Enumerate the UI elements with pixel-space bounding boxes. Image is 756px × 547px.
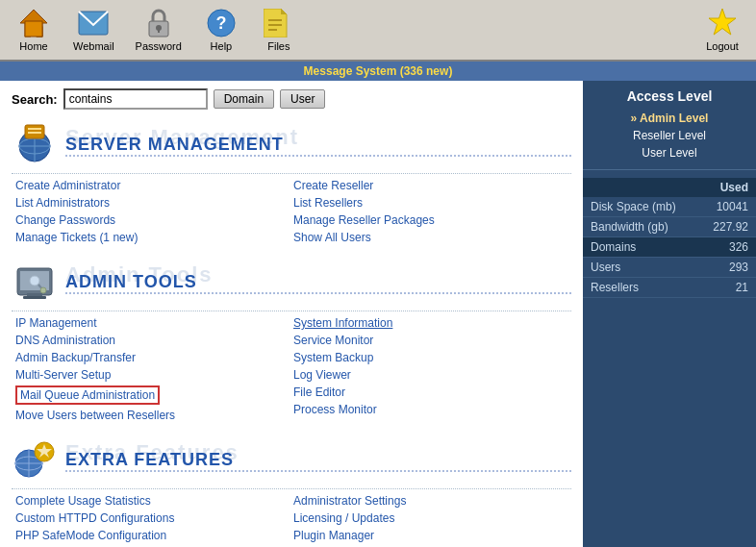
server-management-right-links: Create Reseller List Resellers Manage Re… xyxy=(293,178,571,245)
system-backup-link[interactable]: System Backup xyxy=(293,350,571,365)
plugin-manager-link[interactable]: Plugin Manager xyxy=(293,528,571,543)
file-editor-link[interactable]: File Editor xyxy=(293,385,571,400)
extra-features-icon xyxy=(12,436,58,483)
server-management-title: Server Management xyxy=(65,135,571,155)
sidebar-level-user[interactable]: User Level xyxy=(592,144,746,162)
extra-features-title: Extra Features xyxy=(65,450,571,470)
toolbar-files[interactable]: Files xyxy=(255,4,303,56)
extra-features-links: Complete Usage Statistics Custom HTTPD C… xyxy=(15,493,571,547)
stats-row-disk: Disk Space (mb) 10041 xyxy=(583,197,756,217)
files-label: Files xyxy=(267,40,290,52)
stats-disk-label: Disk Space (mb) xyxy=(583,197,698,217)
stats-disk-value: 10041 xyxy=(698,197,756,217)
toolbar: Home Webmail Password xyxy=(0,0,756,62)
php-safemode-configuration-link[interactable]: PHP SafeMode Configuration xyxy=(15,528,293,543)
extra-features-section: Extra Features Extra Features Complete U… xyxy=(12,436,571,547)
administrator-settings-link[interactable]: Administrator Settings xyxy=(293,493,571,509)
admin-backup-transfer-link[interactable]: Admin Backup/Transfer xyxy=(15,350,293,365)
extra-features-left-links: Complete Usage Statistics Custom HTTPD C… xyxy=(15,493,293,547)
search-input[interactable] xyxy=(63,88,208,110)
process-monitor-link[interactable]: Process Monitor xyxy=(293,402,571,417)
extra-features-header: Extra Features Extra Features xyxy=(12,436,571,483)
service-monitor-link[interactable]: Service Monitor xyxy=(293,333,571,348)
stats-domains-label: Domains xyxy=(583,237,698,258)
list-resellers-link[interactable]: List Resellers xyxy=(293,195,571,211)
create-reseller-link[interactable]: Create Reseller xyxy=(293,178,571,193)
admin-tools-header: Admin Tools Admin Tools xyxy=(12,259,571,305)
toolbar-help[interactable]: ? Help xyxy=(197,4,245,56)
manage-tickets-link[interactable]: Manage Tickets (1 new) xyxy=(15,230,293,245)
help-label: Help xyxy=(211,40,233,52)
server-management-header: Server Management Server Management xyxy=(12,121,571,167)
home-icon xyxy=(18,8,49,38)
custom-httpd-configurations-link[interactable]: Custom HTTPD Configurations xyxy=(15,510,293,526)
manage-reseller-packages-link[interactable]: Manage Reseller Packages xyxy=(293,212,571,228)
mail-queue-administration-link[interactable]: Mail Queue Administration xyxy=(15,385,293,406)
content-panel: Search: Domain User xyxy=(0,81,583,547)
licensing-updates-link[interactable]: Licensing / Updates xyxy=(293,510,571,526)
stats-bandwidth-value: 227.92 xyxy=(698,217,756,237)
home-label: Home xyxy=(19,40,47,52)
stats-bandwidth-label: Bandwidth (gb) xyxy=(583,217,698,237)
svg-marker-14 xyxy=(709,9,736,35)
multi-server-setup-link[interactable]: Multi-Server Setup xyxy=(15,367,293,383)
admin-tools-links: IP Management DNS Administration Admin B… xyxy=(15,315,571,423)
stats-row-domains: Domains 326 xyxy=(583,237,756,258)
webmail-icon xyxy=(78,8,109,38)
admin-tools-right-links: System Information Service Monitor Syste… xyxy=(293,315,571,423)
sidebar: Access Level Admin Level Reseller Level … xyxy=(583,81,756,547)
show-all-users-link[interactable]: Show All Users xyxy=(293,230,571,245)
stats-header-label-cell xyxy=(583,178,698,197)
svg-rect-25 xyxy=(23,296,46,299)
svg-point-26 xyxy=(30,276,39,286)
stats-row-resellers: Resellers 21 xyxy=(583,278,756,298)
sidebar-access: Access Level Admin Level Reseller Level … xyxy=(583,81,756,170)
admin-tools-icon xyxy=(12,259,58,305)
toolbar-logout[interactable]: Logout xyxy=(698,4,746,56)
toolbar-password[interactable]: Password xyxy=(130,4,188,56)
stats-users-label: Users xyxy=(583,258,698,278)
stats-row-bandwidth: Bandwidth (gb) 227.92 xyxy=(583,217,756,237)
admin-tools-left-links: IP Management DNS Administration Admin B… xyxy=(15,315,293,423)
search-label: Search: xyxy=(12,92,58,107)
move-users-between-resellers-link[interactable]: Move Users between Resellers xyxy=(15,408,293,423)
logout-label: Logout xyxy=(706,40,739,52)
system-information-link[interactable]: System Information xyxy=(293,315,571,331)
stats-domains-value: 326 xyxy=(698,237,756,258)
dns-administration-link[interactable]: DNS Administration xyxy=(15,333,293,348)
stats-users-value: 293 xyxy=(698,258,756,278)
sidebar-level-reseller[interactable]: Reseller Level xyxy=(592,127,746,144)
stats-resellers-value: 21 xyxy=(698,278,756,298)
ip-management-link[interactable]: IP Management xyxy=(15,315,293,331)
admin-tools-section: Admin Tools Admin Tools IP Management DN… xyxy=(12,259,571,423)
message-system-text: Message System (336 new) xyxy=(304,64,453,78)
log-viewer-link[interactable]: Log Viewer xyxy=(293,367,571,383)
toolbar-home[interactable]: Home xyxy=(10,4,58,56)
create-administrator-link[interactable]: Create Administrator xyxy=(15,178,293,193)
message-count: 336 xyxy=(404,64,423,78)
stats-header-row: Used xyxy=(583,178,756,197)
domain-button[interactable]: Domain xyxy=(214,89,274,109)
server-management-left-links: Create Administrator List Administrators… xyxy=(15,178,293,245)
sidebar-level-admin[interactable]: Admin Level xyxy=(592,110,746,127)
help-icon: ? xyxy=(206,8,237,38)
svg-rect-21 xyxy=(28,132,41,134)
toolbar-webmail[interactable]: Webmail xyxy=(67,4,120,56)
user-button[interactable]: User xyxy=(280,89,325,109)
sidebar-stats: Used Disk Space (mb) 10041 Bandwidth (gb… xyxy=(583,170,756,306)
search-bar: Search: Domain User xyxy=(12,88,571,110)
svg-rect-2 xyxy=(25,21,42,37)
complete-usage-statistics-link[interactable]: Complete Usage Statistics xyxy=(15,493,293,509)
files-icon xyxy=(264,8,294,38)
stats-header-used-cell: Used xyxy=(698,178,756,197)
svg-rect-20 xyxy=(28,128,41,130)
password-label: Password xyxy=(136,40,182,52)
admin-tools-title: Admin Tools xyxy=(65,272,571,292)
logout-icon xyxy=(707,8,738,38)
change-passwords-link[interactable]: Change Passwords xyxy=(15,212,293,228)
svg-point-28 xyxy=(40,287,46,293)
list-administrators-link[interactable]: List Administrators xyxy=(15,195,293,211)
stats-table: Used Disk Space (mb) 10041 Bandwidth (gb… xyxy=(583,178,756,298)
server-management-section: Server Management Server Management Crea… xyxy=(12,121,571,245)
sidebar-access-title: Access Level xyxy=(592,88,746,104)
